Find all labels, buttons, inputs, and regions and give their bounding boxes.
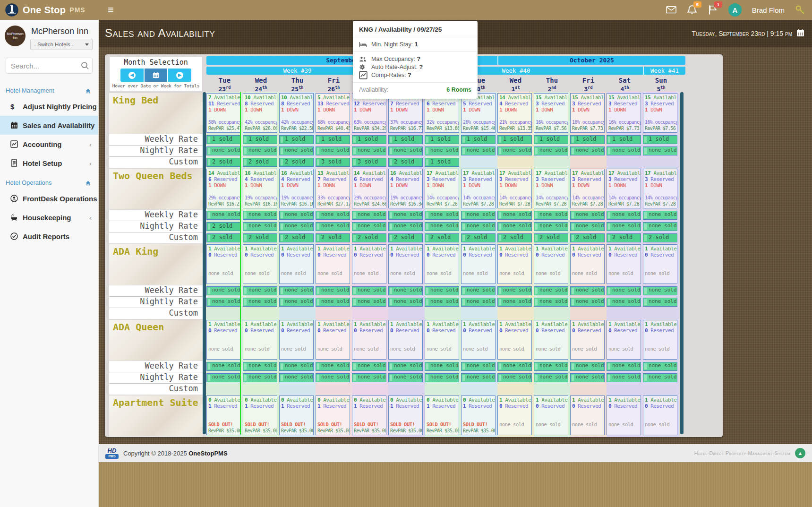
day-header-sun-5[interactable]: Sun5th [643, 77, 679, 92]
rate-cell[interactable]: 2 sold [570, 233, 605, 242]
availability-cell[interactable]: 1 Available0 Reservednone sold [425, 320, 459, 360]
availability-cell[interactable]: 1 Available0 Reservednone sold [316, 244, 350, 284]
rate-cell[interactable]: none sold [388, 211, 423, 220]
availability-cell[interactable]: 1 Available0 Reservednone sold [534, 395, 568, 435]
rate-cell[interactable]: none sold [316, 362, 350, 371]
rate-cell[interactable]: none sold [243, 373, 277, 382]
left-scroll-divider[interactable] [203, 92, 206, 434]
availability-cell[interactable]: 1 Available0 Reservednone sold [607, 320, 641, 360]
rate-cell[interactable]: none sold [643, 146, 677, 155]
rate-cell[interactable]: none sold [607, 373, 641, 382]
availability-cell[interactable]: 1 Available0 Reservednone sold [497, 320, 532, 360]
availability-cell[interactable]: 1 Available0 Reservednone sold [352, 244, 386, 284]
switch-hotels-dropdown[interactable]: - Switch Hotels - [30, 39, 93, 50]
availability-cell[interactable]: 16 Available4 Reserved1 DOWN19% occupanc… [388, 169, 423, 208]
availability-cell[interactable]: 1 Available0 Reservednone sold [279, 244, 314, 284]
rate-cell[interactable]: none sold [534, 222, 568, 231]
day-header-fri-3[interactable]: Fri3rd [570, 77, 607, 92]
rate-cell[interactable]: none sold [570, 362, 605, 371]
rate-cell[interactable]: none sold [607, 146, 641, 155]
rate-cell[interactable]: none sold [316, 286, 350, 295]
rate-cell[interactable]: none sold [461, 286, 496, 295]
rate-cell[interactable]: none sold [425, 298, 459, 307]
availability-cell[interactable]: 5 Available13 Reserved1 DOWN68% occupanc… [316, 93, 350, 133]
flag-icon[interactable]: 1 [708, 5, 718, 15]
rate-cell[interactable]: 2 sold [243, 233, 277, 242]
day-header-wed-1[interactable]: Wed1st [497, 77, 534, 92]
rate-cell[interactable]: none sold [425, 286, 459, 295]
rate-cell[interactable]: 2 sold [352, 233, 386, 242]
user-avatar[interactable]: A [728, 3, 742, 17]
rate-cell[interactable]: none sold [607, 286, 641, 295]
user-name[interactable]: Brad Flom [752, 6, 785, 14]
rate-cell[interactable]: 1 sold [206, 135, 241, 144]
availability-cell[interactable]: 10 Available8 Reserved1 DOWN42% occupanc… [243, 93, 277, 133]
week-header-week-41[interactable]: Week #41 [643, 67, 685, 75]
availability-cell[interactable]: 14 Available6 Reserved1 DOWN29% occupanc… [352, 169, 386, 208]
rate-cell[interactable]: none sold [534, 146, 568, 155]
availability-cell[interactable]: 1 Available0 Reservednone sold [279, 320, 314, 360]
availability-cell[interactable]: 1 Available0 Reservednone sold [388, 244, 423, 284]
rate-cell[interactable]: none sold [607, 222, 641, 231]
sidebar-item-frontdesk-operations[interactable]: FrontDesk Operations‹ [0, 189, 98, 208]
rate-cell[interactable]: none sold [570, 211, 605, 220]
day-header-tue-23[interactable]: Tue23rd [206, 77, 243, 92]
rate-cell[interactable]: 2 sold [388, 233, 423, 242]
rate-cell[interactable]: none sold [570, 373, 605, 382]
rate-cell[interactable]: 2 sold [497, 233, 532, 242]
availability-cell[interactable]: 1 Available0 Reservednone sold [570, 395, 605, 435]
rate-cell[interactable]: 1 sold [425, 135, 459, 144]
rate-cell[interactable]: 2 sold [461, 233, 496, 242]
availability-cell[interactable]: 10 Available8 Reserved1 DOWN42% occupanc… [279, 93, 314, 133]
availability-cell[interactable]: 15 Available3 Reserved1 DOWN16% occupanc… [534, 93, 568, 133]
rate-cell[interactable]: none sold [279, 286, 314, 295]
rate-cell[interactable]: none sold [316, 298, 350, 307]
availability-cell[interactable]: 1 Available0 Reservednone sold [643, 395, 677, 435]
vertical-scrollbar[interactable] [680, 92, 684, 434]
rate-cell[interactable]: none sold [570, 146, 605, 155]
calendar-picker-button[interactable] [145, 69, 168, 82]
rate-cell[interactable]: 3 sold [316, 158, 350, 167]
availability-cell[interactable]: 1 Available0 Reservednone sold [570, 244, 605, 284]
rate-cell[interactable]: none sold [497, 298, 532, 307]
availability-cell[interactable]: 0 Available1 ReservedSOLD OUT!RevPAR $35… [206, 395, 241, 435]
rate-cell[interactable]: none sold [279, 146, 314, 155]
rate-cell[interactable]: 2 sold [206, 158, 241, 167]
availability-cell[interactable]: 1 Available0 Reservednone sold [607, 395, 641, 435]
rate-cell[interactable]: none sold [461, 222, 496, 231]
availability-cell[interactable]: 17 Available3 Reserved1 DOWN14% occupanc… [425, 169, 459, 208]
availability-cell[interactable]: 15 Available3 Reserved1 DOWN16% occupanc… [643, 93, 677, 133]
rate-cell[interactable]: 1 sold [497, 135, 532, 144]
search-input[interactable] [6, 58, 93, 74]
availability-cell[interactable]: 16 Available4 Reserved1 DOWN19% occupanc… [279, 169, 314, 208]
rate-cell[interactable]: none sold [206, 362, 241, 371]
day-header-thu-25[interactable]: Thu25th [279, 77, 316, 92]
rate-cell[interactable]: none sold [206, 286, 241, 295]
rate-cell[interactable]: none sold [425, 222, 459, 231]
home-icon[interactable] [85, 87, 92, 94]
availability-cell[interactable]: 16 Available4 Reserved1 DOWN19% occupanc… [243, 169, 277, 208]
rate-cell[interactable]: none sold [388, 146, 423, 155]
rate-cell[interactable]: 2 sold [534, 233, 568, 242]
previous-month-button[interactable]: ◀ [120, 69, 144, 82]
availability-cell[interactable]: 1 Available0 Reservednone sold [461, 244, 496, 284]
rate-cell[interactable]: 3 sold [352, 158, 386, 167]
mail-icon[interactable] [666, 5, 676, 15]
rate-cell[interactable]: none sold [643, 211, 677, 220]
rate-cell[interactable]: none sold [643, 298, 677, 307]
rate-cell[interactable]: none sold [279, 373, 314, 382]
availability-cell[interactable]: 1 Available0 Reservednone sold [534, 244, 568, 284]
availability-cell[interactable]: 1 Available0 Reservednone sold [497, 244, 532, 284]
availability-cell[interactable]: 1 Available0 Reservednone sold [534, 320, 568, 360]
sidebar-item-adjust-nightly-pricing[interactable]: $Adjust Nightly Pricing [0, 97, 98, 116]
rate-cell[interactable]: none sold [352, 298, 386, 307]
rate-cell[interactable]: 1 sold [534, 135, 568, 144]
availability-cell[interactable]: 1 Available0 Reservednone sold [316, 320, 350, 360]
rate-cell[interactable]: none sold [534, 362, 568, 371]
rate-cell[interactable]: none sold [243, 362, 277, 371]
availability-cell[interactable]: 0 Available1 ReservedSOLD OUT!RevPAR $35… [388, 395, 423, 435]
home-icon[interactable] [85, 180, 92, 186]
availability-cell[interactable]: 6 Available12 Reserved1 DOWN63% occupanc… [352, 93, 386, 133]
month-header-october-2025[interactable]: October 2025 [497, 56, 685, 65]
calendar-icon[interactable] [796, 29, 804, 38]
